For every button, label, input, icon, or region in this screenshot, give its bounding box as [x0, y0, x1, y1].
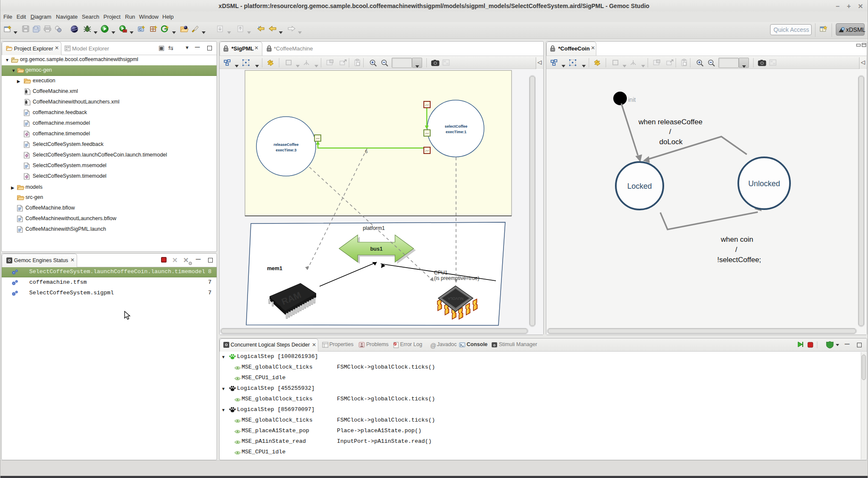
svg-text:/: /	[669, 128, 671, 136]
svg-text:execTime:1: execTime:1	[446, 130, 467, 134]
svg-text:when releaseCoffee: when releaseCoffee	[638, 118, 703, 126]
svg-text:when coin: when coin	[721, 235, 754, 243]
svg-text:mem1: mem1	[267, 266, 282, 271]
svg-text:/: /	[735, 246, 737, 254]
svg-text:doLock: doLock	[659, 138, 683, 146]
svg-text:releaseCoffee: releaseCoffee	[273, 143, 298, 147]
svg-text:selectCoffee: selectCoffee	[445, 124, 467, 129]
svg-text:!selectCoffee;: !selectCoffee;	[717, 256, 761, 264]
svg-text:execTime:3: execTime:3	[276, 148, 297, 152]
svg-text:NUVOLA: NUVOLA	[448, 296, 463, 301]
svg-text:bus1: bus1	[370, 246, 382, 252]
svg-text:Unlocked: Unlocked	[748, 179, 780, 188]
svg-text:init: init	[628, 96, 636, 103]
svg-text:platform1: platform1	[363, 225, 385, 231]
svg-text:Locked: Locked	[627, 182, 652, 190]
svg-text:C: C	[139, 27, 142, 31]
